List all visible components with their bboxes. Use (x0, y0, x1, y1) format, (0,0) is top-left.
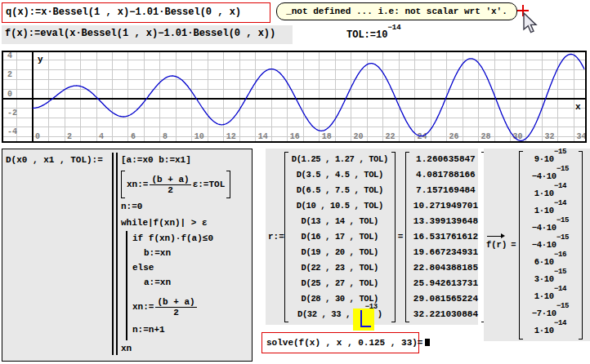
program-bar-while (126, 231, 127, 340)
stmt-else: a:=xn (144, 277, 171, 287)
matrix-cell: D(25 , 27 , TOL) (290, 276, 390, 291)
mouse-pointer-icon (523, 12, 539, 38)
comment-text: _not defined ... i.e: not scalar wrt 'x'… (286, 7, 507, 16)
matrix-cell: 1.260635847 (411, 152, 480, 167)
matrix-cell: 1·10−14 (525, 322, 577, 340)
svg-text:26: 26 (449, 132, 459, 141)
fraction: (b + a) 2 (155, 297, 196, 317)
solve-text: solve(f(x) , x , 0.125 , 33)= (266, 338, 422, 348)
matrix-cell: D(3.5 , 4.5 , TOL) (290, 167, 390, 183)
math-region-solve[interactable]: solve(f(x) , x , 0.125 , 33)= (261, 332, 419, 353)
matrix-cell: D(10 , 10.5 , TOL) (290, 198, 390, 214)
matrix-root-values: 1.2606358474.0817881667.15716948410.2719… (405, 152, 485, 322)
matrix-cell: 32.221030884 (411, 307, 480, 322)
svg-text:14: 14 (258, 132, 268, 141)
svg-text:12: 12 (226, 132, 236, 141)
edit-cursor-highlight (353, 309, 374, 331)
matrix-cell: 10.271949701 (411, 198, 480, 214)
fr-lhs: f(r) (486, 240, 507, 250)
svg-text:24: 24 (418, 132, 427, 141)
svg-text:-2: -2 (7, 109, 17, 118)
matrix-cell: D(1.25 , 1.27 , TOL) (290, 152, 390, 167)
svg-text:28: 28 (481, 132, 491, 141)
math-region-tol[interactable]: TOL:=10−14 (346, 29, 401, 41)
tol-base: TOL:=10 (346, 29, 387, 41)
math-region-residuals[interactable]: f(r) = 9·10−15−4·10−151·10−141·10−14−4·1… (484, 149, 590, 341)
equals-sign: = (511, 240, 516, 250)
matrix-cell: 6·10−16 (525, 254, 577, 271)
matrix-cell: −4·10−15 (525, 168, 577, 185)
program-bar-outer-1 (112, 153, 114, 355)
matrix-cell: −7·10−15 (525, 305, 577, 322)
matrix-cell: D(6.5 , 7.5 , TOL) (290, 183, 390, 198)
stmt-update-xn: xn:= (b + a) 2 (132, 293, 199, 321)
svg-text:10: 10 (194, 132, 204, 141)
svg-text:4: 4 (99, 132, 104, 141)
svg-text:22: 22 (386, 132, 396, 141)
matrix-cell: D(32 , 33 , 10−13) (290, 307, 390, 322)
stmt-n-init: n:=0 (121, 202, 142, 211)
mathcad-worksheet: q(x):=x·Bessel(1 , x)−1.01·Bessel(0 , x)… (0, 0, 590, 364)
edit-cursor-vertical-bar (360, 310, 362, 327)
stmt-if: if f(xn)·f(a)≤0 (132, 233, 213, 243)
svg-text:0: 0 (7, 90, 12, 99)
svg-text:6: 6 (131, 132, 136, 141)
matrix-cell: D(19 , 20 , TOL) (290, 245, 390, 260)
matrix-cell: 3·10−15 (525, 271, 577, 288)
xy-plot-region[interactable]: 0246810121416182022242628303234420-2-4yx (2, 51, 587, 143)
stmt-init-xn: xn:= (b + a) 2 ε:=TOL (121, 171, 230, 198)
fraction: (b + a) 2 (150, 175, 190, 195)
math-region-roots-vector[interactable]: r:= D(1.25 , 1.27 , TOL)D(3.5 , 4.5 , TO… (266, 149, 478, 325)
edit-cursor-underline (360, 326, 371, 327)
matrix-cell: 13.399139648 (411, 214, 480, 229)
vectorize-operator: f(r) (486, 240, 507, 250)
matrix-cell: D(22 , 23 , TOL) (290, 260, 390, 276)
matrix-cell: 29.081565224 (411, 291, 480, 307)
matrix-cell: 16.531761612 (411, 229, 480, 245)
stmt-init-ab: [a:=x0 b:=x1] (121, 155, 191, 165)
svg-text:8: 8 (163, 132, 168, 141)
matrix-cell: 1·10−14 (525, 185, 577, 202)
svg-text:4: 4 (7, 52, 12, 60)
matrix-cell: D(13 , 14 , TOL) (290, 214, 390, 229)
matrix-cell: 25.942613731 (411, 276, 480, 291)
r-lhs: r:= (268, 232, 284, 242)
plot-canvas: 0246810121416182022242628303234420-2-4yx (3, 52, 585, 141)
svg-text:y: y (38, 55, 43, 64)
matrix-cell: −4·10−15 (525, 237, 577, 254)
math-region-q-definition[interactable]: q(x):=x·Bessel(1 , x)−1.01·Bessel(0 , x) (2, 2, 270, 23)
svg-text:x: x (575, 102, 581, 112)
q-definition-text: q(x):=x·Bessel(1 , x)−1.01·Bessel(0 , x) (6, 7, 241, 18)
stmt-then: b:=xn (144, 248, 171, 258)
program-region-bisection[interactable]: D(x0 , x1 , TOL):= [a:=x0 b:=x1] xn:= (b… (2, 149, 253, 362)
stmt-else-kw: else (132, 263, 154, 273)
matrix-cell: D(16 , 17 , TOL) (290, 229, 390, 245)
svg-text:-4: -4 (7, 127, 17, 136)
program-bar-outer-2 (116, 153, 118, 355)
matrix-cell: 22.804388185 (411, 260, 480, 276)
matrix-root-calls: D(1.25 , 1.27 , TOL)D(3.5 , 4.5 , TOL)D(… (284, 152, 396, 322)
svg-text:20: 20 (354, 132, 364, 141)
empty-placeholder-box[interactable] (425, 339, 430, 346)
matrix-cell: 4.081788166 (411, 167, 480, 183)
svg-text:34: 34 (576, 132, 585, 141)
svg-text:32: 32 (544, 132, 554, 141)
matrix-cell: 7.157169484 (411, 183, 480, 198)
tol-exponent: −14 (387, 24, 400, 32)
math-region-f-definition[interactable]: f(x):=eval(x·Bessel(1 , x)−1.01·Bessel(0… (2, 25, 293, 44)
stmt-incr: n:=n+1 (132, 325, 165, 335)
svg-text:0: 0 (35, 132, 40, 141)
matrix-residual-values: 9·10−15−4·10−151·10−141·10−14−4·10−15−4·… (519, 151, 583, 340)
stmt-while: while |f(xn)| > ε (121, 218, 208, 228)
svg-text:18: 18 (322, 132, 332, 141)
stmt-return: xn (121, 344, 132, 353)
program-head: D(x0 , x1 , TOL):= (6, 155, 103, 165)
comment-region[interactable]: _not defined ... i.e: not scalar wrt 'x'… (276, 2, 517, 20)
svg-text:16: 16 (290, 132, 300, 141)
equals-sign: = (398, 232, 404, 242)
matrix-cell: 19.667234931 (411, 245, 480, 260)
svg-text:2: 2 (7, 70, 12, 79)
f-definition-text: f(x):=eval(x·Bessel(1 , x)−1.01·Bessel(0… (5, 28, 275, 39)
svg-text:2: 2 (67, 132, 72, 141)
